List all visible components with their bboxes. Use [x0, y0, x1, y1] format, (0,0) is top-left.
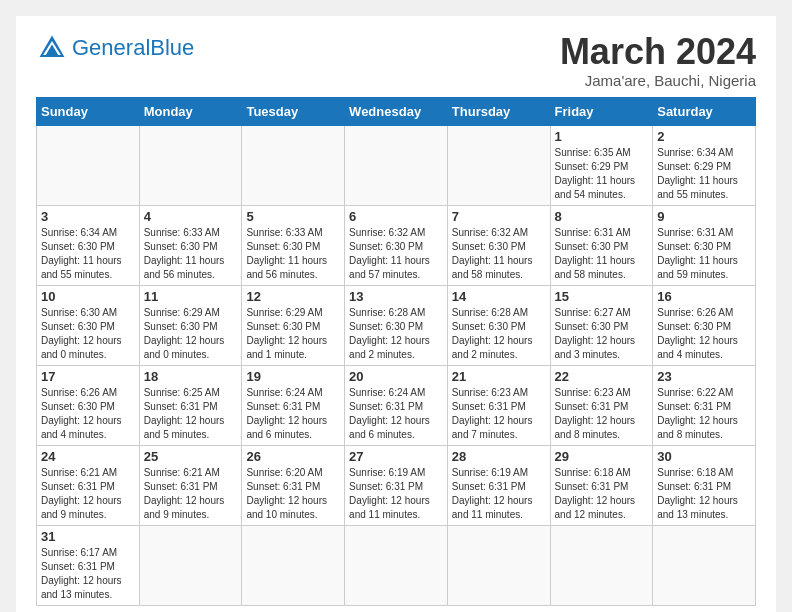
day-number: 4 [144, 209, 238, 224]
header: GeneralBlue March 2024 Jama'are, Bauchi,… [36, 32, 756, 89]
col-header-tuesday: Tuesday [242, 97, 345, 125]
day-number: 2 [657, 129, 751, 144]
day-info: Sunrise: 6:20 AM Sunset: 6:31 PM Dayligh… [246, 466, 340, 522]
day-info: Sunrise: 6:17 AM Sunset: 6:31 PM Dayligh… [41, 546, 135, 602]
calendar-header-row: SundayMondayTuesdayWednesdayThursdayFrid… [37, 97, 756, 125]
day-number: 9 [657, 209, 751, 224]
day-number: 12 [246, 289, 340, 304]
day-info: Sunrise: 6:28 AM Sunset: 6:30 PM Dayligh… [452, 306, 546, 362]
day-info: Sunrise: 6:26 AM Sunset: 6:30 PM Dayligh… [657, 306, 751, 362]
calendar-week-5: 31Sunrise: 6:17 AM Sunset: 6:31 PM Dayli… [37, 525, 756, 605]
day-number: 17 [41, 369, 135, 384]
day-number: 14 [452, 289, 546, 304]
calendar-cell: 1Sunrise: 6:35 AM Sunset: 6:29 PM Daylig… [550, 125, 653, 205]
day-info: Sunrise: 6:29 AM Sunset: 6:30 PM Dayligh… [246, 306, 340, 362]
calendar-cell: 23Sunrise: 6:22 AM Sunset: 6:31 PM Dayli… [653, 365, 756, 445]
calendar-cell: 17Sunrise: 6:26 AM Sunset: 6:30 PM Dayli… [37, 365, 140, 445]
day-info: Sunrise: 6:21 AM Sunset: 6:31 PM Dayligh… [144, 466, 238, 522]
calendar-week-3: 17Sunrise: 6:26 AM Sunset: 6:30 PM Dayli… [37, 365, 756, 445]
calendar-cell: 19Sunrise: 6:24 AM Sunset: 6:31 PM Dayli… [242, 365, 345, 445]
day-info: Sunrise: 6:27 AM Sunset: 6:30 PM Dayligh… [555, 306, 649, 362]
calendar-cell: 31Sunrise: 6:17 AM Sunset: 6:31 PM Dayli… [37, 525, 140, 605]
day-number: 22 [555, 369, 649, 384]
day-info: Sunrise: 6:32 AM Sunset: 6:30 PM Dayligh… [452, 226, 546, 282]
calendar-cell: 29Sunrise: 6:18 AM Sunset: 6:31 PM Dayli… [550, 445, 653, 525]
day-info: Sunrise: 6:33 AM Sunset: 6:30 PM Dayligh… [246, 226, 340, 282]
day-number: 26 [246, 449, 340, 464]
day-number: 30 [657, 449, 751, 464]
calendar-cell: 24Sunrise: 6:21 AM Sunset: 6:31 PM Dayli… [37, 445, 140, 525]
calendar-page: GeneralBlue March 2024 Jama'are, Bauchi,… [16, 16, 776, 612]
calendar-cell: 18Sunrise: 6:25 AM Sunset: 6:31 PM Dayli… [139, 365, 242, 445]
calendar-cell: 11Sunrise: 6:29 AM Sunset: 6:30 PM Dayli… [139, 285, 242, 365]
calendar-cell: 7Sunrise: 6:32 AM Sunset: 6:30 PM Daylig… [447, 205, 550, 285]
calendar-cell: 8Sunrise: 6:31 AM Sunset: 6:30 PM Daylig… [550, 205, 653, 285]
month-title: March 2024 [560, 32, 756, 72]
day-info: Sunrise: 6:18 AM Sunset: 6:31 PM Dayligh… [555, 466, 649, 522]
day-number: 7 [452, 209, 546, 224]
day-info: Sunrise: 6:35 AM Sunset: 6:29 PM Dayligh… [555, 146, 649, 202]
calendar-cell: 13Sunrise: 6:28 AM Sunset: 6:30 PM Dayli… [345, 285, 448, 365]
day-number: 23 [657, 369, 751, 384]
day-info: Sunrise: 6:34 AM Sunset: 6:30 PM Dayligh… [41, 226, 135, 282]
day-number: 29 [555, 449, 649, 464]
calendar-cell [345, 125, 448, 205]
day-number: 20 [349, 369, 443, 384]
calendar-cell [447, 125, 550, 205]
col-header-friday: Friday [550, 97, 653, 125]
logo-icon [36, 32, 68, 64]
calendar-week-4: 24Sunrise: 6:21 AM Sunset: 6:31 PM Dayli… [37, 445, 756, 525]
day-info: Sunrise: 6:24 AM Sunset: 6:31 PM Dayligh… [246, 386, 340, 442]
day-number: 11 [144, 289, 238, 304]
day-info: Sunrise: 6:23 AM Sunset: 6:31 PM Dayligh… [555, 386, 649, 442]
day-info: Sunrise: 6:33 AM Sunset: 6:30 PM Dayligh… [144, 226, 238, 282]
calendar-cell [242, 125, 345, 205]
calendar-cell [653, 525, 756, 605]
calendar-cell: 4Sunrise: 6:33 AM Sunset: 6:30 PM Daylig… [139, 205, 242, 285]
logo: GeneralBlue [36, 32, 194, 64]
calendar-cell: 20Sunrise: 6:24 AM Sunset: 6:31 PM Dayli… [345, 365, 448, 445]
day-info: Sunrise: 6:26 AM Sunset: 6:30 PM Dayligh… [41, 386, 135, 442]
calendar-cell [139, 525, 242, 605]
day-info: Sunrise: 6:18 AM Sunset: 6:31 PM Dayligh… [657, 466, 751, 522]
calendar-cell: 27Sunrise: 6:19 AM Sunset: 6:31 PM Dayli… [345, 445, 448, 525]
day-info: Sunrise: 6:23 AM Sunset: 6:31 PM Dayligh… [452, 386, 546, 442]
calendar-cell: 14Sunrise: 6:28 AM Sunset: 6:30 PM Dayli… [447, 285, 550, 365]
calendar-cell [447, 525, 550, 605]
calendar-week-2: 10Sunrise: 6:30 AM Sunset: 6:30 PM Dayli… [37, 285, 756, 365]
calendar-cell: 16Sunrise: 6:26 AM Sunset: 6:30 PM Dayli… [653, 285, 756, 365]
day-info: Sunrise: 6:22 AM Sunset: 6:31 PM Dayligh… [657, 386, 751, 442]
day-info: Sunrise: 6:31 AM Sunset: 6:30 PM Dayligh… [657, 226, 751, 282]
day-number: 5 [246, 209, 340, 224]
day-info: Sunrise: 6:34 AM Sunset: 6:29 PM Dayligh… [657, 146, 751, 202]
calendar-week-0: 1Sunrise: 6:35 AM Sunset: 6:29 PM Daylig… [37, 125, 756, 205]
calendar-cell: 25Sunrise: 6:21 AM Sunset: 6:31 PM Dayli… [139, 445, 242, 525]
col-header-sunday: Sunday [37, 97, 140, 125]
day-number: 27 [349, 449, 443, 464]
calendar-cell: 10Sunrise: 6:30 AM Sunset: 6:30 PM Dayli… [37, 285, 140, 365]
day-number: 10 [41, 289, 135, 304]
calendar-cell: 2Sunrise: 6:34 AM Sunset: 6:29 PM Daylig… [653, 125, 756, 205]
calendar-week-1: 3Sunrise: 6:34 AM Sunset: 6:30 PM Daylig… [37, 205, 756, 285]
day-number: 24 [41, 449, 135, 464]
day-number: 3 [41, 209, 135, 224]
col-header-wednesday: Wednesday [345, 97, 448, 125]
day-info: Sunrise: 6:19 AM Sunset: 6:31 PM Dayligh… [349, 466, 443, 522]
calendar-cell: 12Sunrise: 6:29 AM Sunset: 6:30 PM Dayli… [242, 285, 345, 365]
day-number: 15 [555, 289, 649, 304]
col-header-thursday: Thursday [447, 97, 550, 125]
day-info: Sunrise: 6:25 AM Sunset: 6:31 PM Dayligh… [144, 386, 238, 442]
calendar-cell [242, 525, 345, 605]
day-info: Sunrise: 6:32 AM Sunset: 6:30 PM Dayligh… [349, 226, 443, 282]
calendar-cell [139, 125, 242, 205]
day-info: Sunrise: 6:24 AM Sunset: 6:31 PM Dayligh… [349, 386, 443, 442]
calendar-cell: 9Sunrise: 6:31 AM Sunset: 6:30 PM Daylig… [653, 205, 756, 285]
calendar-cell: 28Sunrise: 6:19 AM Sunset: 6:31 PM Dayli… [447, 445, 550, 525]
calendar-cell [37, 125, 140, 205]
calendar-cell: 6Sunrise: 6:32 AM Sunset: 6:30 PM Daylig… [345, 205, 448, 285]
calendar-cell [550, 525, 653, 605]
day-info: Sunrise: 6:30 AM Sunset: 6:30 PM Dayligh… [41, 306, 135, 362]
day-number: 21 [452, 369, 546, 384]
day-info: Sunrise: 6:21 AM Sunset: 6:31 PM Dayligh… [41, 466, 135, 522]
day-info: Sunrise: 6:28 AM Sunset: 6:30 PM Dayligh… [349, 306, 443, 362]
